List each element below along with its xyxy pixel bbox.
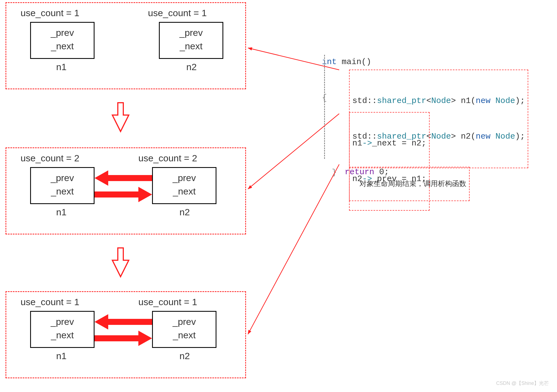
stage1-n2-name: n2 xyxy=(186,62,197,72)
stage2-n1-box: _prev _next xyxy=(30,167,95,204)
code-new2: new xyxy=(476,132,490,141)
stage3-n1-name: n1 xyxy=(56,351,67,361)
stage1-n2-count: use_count = 1 xyxy=(148,8,207,18)
stage2-n1-name: n1 xyxy=(56,207,67,218)
code-var2: n2( xyxy=(456,132,476,141)
stage1-n1-box: _prev _next xyxy=(30,22,95,59)
stage2-n2-next: _next xyxy=(153,185,216,198)
stage1-n2-box: _prev _next xyxy=(159,22,223,59)
stage3-n1-next: _next xyxy=(31,328,94,342)
code-new: new xyxy=(476,96,490,105)
stage3-n2-count: use_count = 1 xyxy=(138,297,197,307)
code-end2: ); xyxy=(515,132,525,141)
stage1-n1-next: _next xyxy=(31,39,94,53)
stage1-n1-name: n1 xyxy=(56,62,67,72)
stage3-n1-prev: _prev xyxy=(31,315,94,328)
stage1-n2-next: _next xyxy=(160,39,222,53)
stage2-n2-name: n2 xyxy=(179,207,190,218)
code-gt2: > xyxy=(451,132,456,141)
stage3-n2-prev: _prev xyxy=(153,315,216,328)
code-type: Node xyxy=(431,96,451,105)
code-scope-line xyxy=(324,55,325,159)
stage2-n2-box: _prev _next xyxy=(152,167,216,204)
stage3-n2-box: _prev _next xyxy=(152,311,216,348)
code-typeb: Node xyxy=(431,132,451,141)
brace-close: } xyxy=(332,168,337,177)
stage3-n2-name: n2 xyxy=(179,351,190,361)
stage2-n1-prev: _prev xyxy=(31,171,94,185)
stage1-n2-prev: _prev xyxy=(160,26,222,39)
stage2-n2-count: use_count = 2 xyxy=(138,153,197,164)
code-type2: Node xyxy=(490,96,515,105)
code-block-comment: 对象生命周期结束，调用析构函数 xyxy=(339,155,470,201)
stage2-n1-next: _next xyxy=(31,185,94,198)
code-brace-close-line: } xyxy=(322,155,337,179)
svg-line-10 xyxy=(248,164,339,334)
stage1-n1-prev: _prev xyxy=(31,26,94,39)
code-box-comment: 对象生命周期结束，调用析构函数 xyxy=(349,167,470,201)
stage3-n1-box: _prev _next xyxy=(30,311,95,348)
stage2-n2-prev: _prev xyxy=(153,171,216,185)
stage2-n1-count: use_count = 2 xyxy=(21,153,79,164)
code-comment-text: 对象生命周期结束，调用析构函数 xyxy=(359,180,466,188)
stage1-n1-count: use_count = 1 xyxy=(21,8,79,18)
watermark: CSDN @【Shine】光芒 xyxy=(496,380,549,387)
code-var: n1( xyxy=(456,96,476,105)
code-type2b: Node xyxy=(490,132,515,141)
stage3-n2-next: _next xyxy=(153,328,216,342)
code-gt: > xyxy=(451,96,456,105)
code-end: ); xyxy=(515,96,525,105)
stage3-n1-count: use_count = 1 xyxy=(21,297,79,307)
